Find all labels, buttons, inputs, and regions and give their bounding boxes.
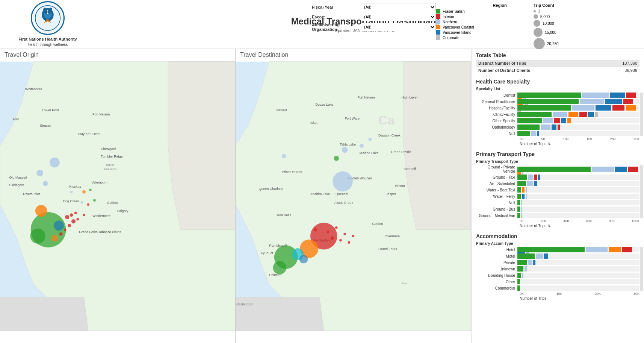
travel-origin-map[interactable]: Whitehorse Atlin Lower Post Stewart Fort…	[0, 49, 235, 343]
air-scheduled-bar	[517, 181, 639, 186]
svg-text:Mcleod Lake: Mcleod Lake	[360, 151, 379, 155]
org-name: First Nations Health Authority Health th…	[18, 36, 77, 47]
trip-circle-20280	[534, 38, 545, 49]
svg-text:Stewart: Stewart	[275, 108, 287, 112]
header: First Nations Health Authority Health th…	[0, 0, 644, 49]
specialty-bar-gp: General Practitioner	[476, 99, 639, 104]
escort-select[interactable]: (All)	[361, 13, 436, 21]
svg-point-101	[334, 156, 339, 161]
escort-filter: Escort (All)	[312, 13, 440, 21]
transport-axis: 0K20K40K60K80K100K	[476, 219, 639, 223]
fiscal-year-select[interactable]: (All)	[361, 3, 436, 11]
admin-org-select[interactable]: (All)	[361, 23, 436, 31]
trip-count-15000: 15,000	[534, 28, 559, 37]
clients-value: 36,936	[624, 68, 637, 73]
accommodation-bars: Hotel Motel	[476, 247, 639, 291]
svg-text:Lower Post: Lower Post	[42, 108, 59, 112]
private-vehicle-label: Ground - Private Vehicle	[476, 165, 517, 173]
trips-value: 187,360	[622, 61, 637, 65]
trip-circle-15000	[534, 28, 543, 37]
specialty-bar-clinic: Clinic/Facility	[476, 112, 639, 117]
svg-text:Calgary: Calgary	[117, 209, 128, 213]
travel-destination-map[interactable]: Ca Stewart Dease Lake Fort Nelson High L…	[236, 49, 471, 343]
boat-taxi-label: Water - Boat Taxi	[476, 188, 517, 192]
svg-text:Grand Forks Tobacco Plains: Grand Forks Tobacco Plains	[79, 230, 121, 234]
svg-point-89	[299, 255, 308, 263]
health-care-specialty-section: Health Care Specialty Specialty List Den…	[476, 79, 639, 146]
svg-text:Fort Nelson: Fort Nelson	[357, 96, 375, 99]
transport-sort-icon[interactable]: ⇅	[548, 224, 551, 228]
accommodation-scrollbar[interactable]	[640, 247, 643, 291]
svg-text:Kluskus: Kluskus	[69, 185, 81, 188]
transport-scrollbar[interactable]	[640, 165, 643, 218]
accommodation-section: Accommodation Primary Accom Type Hotel	[476, 233, 639, 301]
trip-count-20280: 20,280	[534, 38, 559, 49]
svg-point-37	[71, 219, 76, 223]
svg-point-87	[273, 261, 286, 275]
hotel-label: Hotel	[476, 248, 517, 252]
svg-point-39	[68, 224, 71, 227]
travel-destination-title: Travel Destination	[240, 52, 288, 58]
svg-text:Bella Bella: Bella Bella	[275, 213, 291, 217]
svg-point-40	[76, 218, 79, 221]
hotel-bar	[517, 247, 639, 252]
svg-point-41	[64, 229, 67, 231]
accommodation-axis: 0K10K20K30K	[476, 292, 639, 296]
accommodation-bar-hotel: Hotel	[476, 247, 639, 252]
svg-text:Golden: Golden	[372, 222, 383, 226]
transport-bar-null: Null	[476, 200, 639, 205]
northern-dot	[436, 20, 440, 24]
svg-text:Fort Nelson: Fort Nelson	[92, 112, 110, 116]
main-content: Travel Origin Whitehorse Atlin Lower Pos…	[0, 49, 644, 343]
specialty-axis: 0K5K10K15K20K25K	[476, 137, 639, 141]
svg-point-43	[59, 232, 63, 236]
clients-label: Number of Distinct Clients	[478, 68, 530, 73]
specialty-bars: Dentist General Practitioner	[476, 93, 639, 136]
specialty-col-label: Specialty List	[476, 87, 639, 91]
logo-emblem	[35, 5, 61, 31]
svg-text:Kyuquot: Kyuquot	[261, 251, 273, 255]
trip-circle-1	[534, 10, 536, 12]
specialty-bar-hospital: Hospital/Facility	[476, 105, 639, 111]
svg-text:Skidegate: Skidegate	[9, 183, 24, 187]
svg-text:Old Massett: Old Massett	[9, 176, 27, 179]
fraser-salish-label: Fraser Salish	[443, 9, 465, 14]
travel-destination-panel: Travel Destination Ca Stewart Dease Lake…	[236, 49, 471, 343]
svg-text:British: British	[106, 163, 115, 167]
specialty-axis-label: Number of Trips ⇅	[476, 142, 639, 146]
svg-point-46	[43, 181, 48, 186]
trips-row: Distinct Number of Trips 187,360	[476, 60, 639, 67]
svg-text:Ca: Ca	[378, 113, 395, 127]
vancouver-island-dot	[436, 30, 440, 35]
private-bar	[517, 260, 639, 265]
trip-count-label-10000: 10,000	[543, 21, 554, 26]
transport-bar-medical-van: Ground - Medical Van	[476, 213, 639, 218]
totals-title: Totals Table	[476, 52, 639, 58]
svg-text:Standoff: Standoff	[404, 167, 416, 171]
specialty-sort-icon[interactable]: ⇅	[548, 142, 551, 146]
transport-null-bar	[517, 200, 639, 205]
boarding-house-label: Boarding House	[476, 273, 517, 278]
svg-text:Edn...: Edn...	[402, 282, 409, 285]
accommodation-bar-unknown: Unknown	[476, 266, 639, 272]
trip-count-title: Trip Count	[534, 3, 559, 8]
svg-point-91	[314, 228, 317, 231]
svg-text:Grand Forks: Grand Forks	[378, 247, 397, 251]
totals-table: Totals Table Distinct Number of Trips 18…	[476, 52, 639, 74]
admin-org-label: Administering Organization	[312, 23, 361, 32]
transport-null-label: Null	[476, 201, 517, 205]
svg-point-49	[81, 201, 83, 204]
transport-col-label: Primary Transport Type	[476, 159, 639, 164]
accommodation-bar-commercial: Commercial	[476, 285, 639, 291]
svg-point-42	[83, 214, 85, 216]
specialty-scrollbar[interactable]	[640, 93, 643, 136]
svg-text:Grand Prairie: Grand Prairie	[391, 150, 411, 154]
svg-point-103	[342, 147, 348, 153]
trips-label: Distinct Number of Trips	[478, 61, 526, 65]
svg-text:Windermere: Windermere	[92, 214, 111, 218]
taxi-label: Ground - Taxi	[476, 175, 517, 179]
svg-point-92	[327, 231, 330, 233]
private-vehicle-bar	[517, 167, 639, 172]
svg-text:Hinton: Hinton	[395, 184, 405, 188]
clinic-bar	[517, 112, 639, 117]
